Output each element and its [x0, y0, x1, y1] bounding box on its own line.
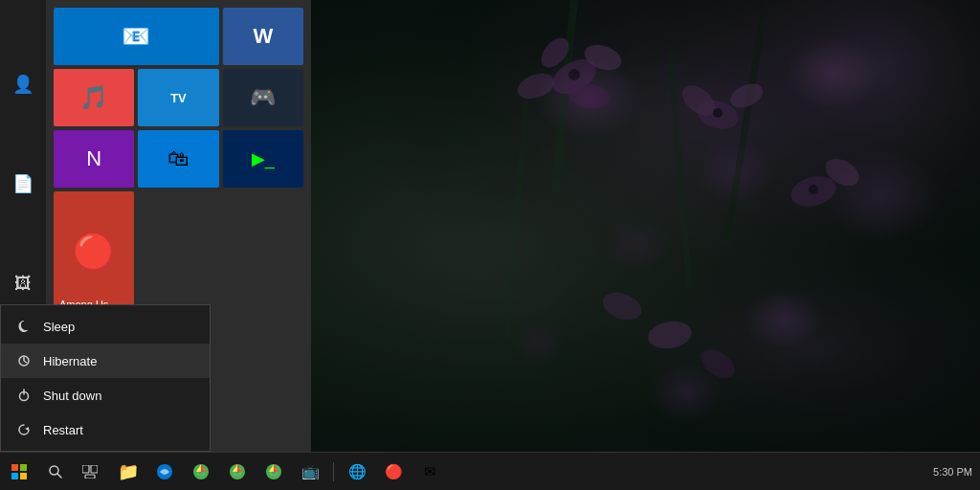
svg-rect-33	[20, 464, 27, 471]
power-submenu: Sleep Hibernate Shut down Restart	[0, 304, 211, 452]
among-us-character: 🔴	[73, 232, 116, 272]
tile-among-us[interactable]: 🔴 Among Us	[54, 191, 134, 316]
tile-steam[interactable]: 🎮	[223, 69, 303, 126]
task-view-icon	[82, 465, 98, 479]
restart-label: Restart	[43, 423, 83, 437]
tile-itunes[interactable]: 🎵	[54, 69, 134, 126]
svg-rect-35	[20, 473, 27, 479]
tile-terminal[interactable]: ▶_	[223, 130, 303, 188]
power-restart-item[interactable]: Restart	[1, 412, 210, 447]
svg-line-37	[57, 474, 61, 478]
sleep-icon	[16, 319, 32, 334]
svg-marker-31	[25, 427, 29, 431]
hibernate-label: Hibernate	[43, 354, 97, 368]
svg-rect-38	[82, 465, 89, 473]
taskbar-icon-explorer[interactable]: 📁	[111, 455, 145, 489]
shutdown-icon	[16, 388, 32, 403]
taskbar-divider	[333, 462, 334, 481]
tile-outlook[interactable]: 📧	[54, 8, 219, 65]
sidebar-documents-icon[interactable]: 📄	[4, 165, 42, 203]
power-shutdown-item[interactable]: Shut down	[1, 378, 210, 412]
svg-rect-32	[11, 464, 18, 471]
taskbar: 📁	[0, 452, 980, 490]
svg-rect-39	[91, 465, 98, 473]
taskbar-icon-app1[interactable]: 🔴	[376, 455, 411, 489]
sleep-label: Sleep	[43, 320, 75, 334]
shutdown-label: Shut down	[43, 389, 101, 403]
power-hibernate-item[interactable]: Hibernate	[1, 344, 210, 378]
svg-line-28	[24, 361, 27, 363]
taskbar-icon-chrome2[interactable]	[220, 455, 255, 489]
restart-icon	[16, 422, 32, 437]
sidebar-user-icon[interactable]: 👤	[4, 65, 42, 103]
taskbar-icon-media[interactable]: 📺	[293, 455, 327, 489]
tile-ms-store[interactable]: 🛍	[138, 130, 218, 188]
windows-icon	[11, 464, 27, 479]
tile-teamviewer[interactable]: TV	[138, 69, 218, 126]
svg-rect-34	[11, 473, 18, 479]
system-tray: 5:30 PM	[925, 466, 980, 478]
taskbar-icon-edge[interactable]	[147, 455, 182, 489]
tile-word[interactable]: W	[223, 8, 303, 65]
sidebar-pictures-icon[interactable]: 🖼	[4, 264, 42, 302]
start-button[interactable]	[0, 453, 38, 491]
taskbar-icon-network[interactable]: 🌐	[340, 455, 374, 489]
power-sleep-item[interactable]: Sleep	[1, 309, 210, 344]
search-icon	[48, 464, 63, 479]
hibernate-icon	[16, 353, 32, 368]
svg-rect-40	[85, 475, 95, 479]
search-button[interactable]	[38, 455, 73, 489]
taskbar-icon-chrome3[interactable]	[256, 455, 291, 489]
taskbar-icon-mail[interactable]: ✉	[412, 455, 447, 489]
taskbar-pinned-apps: 📁	[107, 455, 925, 489]
tile-onenote[interactable]: N	[54, 130, 134, 188]
taskbar-icon-chrome1[interactable]	[184, 455, 218, 489]
clock-time: 5:30 PM	[933, 466, 972, 478]
task-view-button[interactable]	[73, 455, 107, 489]
